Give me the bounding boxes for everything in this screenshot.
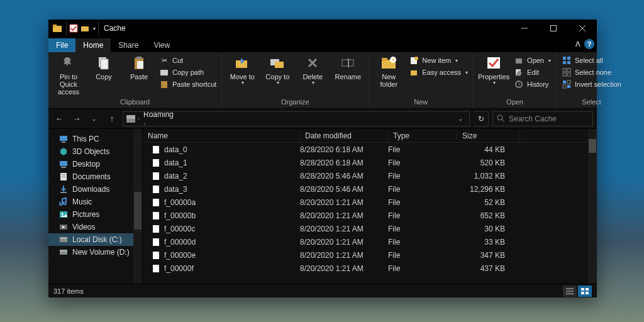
column-headers[interactable]: Name Date modified Type Size	[143, 129, 597, 143]
column-date[interactable]: Date modified	[300, 131, 388, 140]
file-row[interactable]: f_00000f8/20/2020 1:21 AMFile437 KB	[143, 262, 597, 275]
close-button[interactable]	[568, 19, 597, 37]
details-view-button[interactable]	[563, 286, 577, 297]
list-scroll-thumb[interactable]	[589, 139, 596, 153]
minimize-button[interactable]	[510, 19, 539, 37]
paste-shortcut-button[interactable]: Paste shortcut	[158, 79, 218, 90]
tree-item[interactable]: Downloads	[48, 183, 142, 196]
column-size[interactable]: Size	[457, 131, 520, 140]
column-name[interactable]: Name	[143, 131, 300, 140]
tab-file[interactable]: File	[48, 38, 75, 52]
new-folder-button[interactable]: ✦New folder	[372, 53, 405, 89]
delete-button[interactable]: Delete▾	[296, 53, 329, 87]
file-list[interactable]: Name Date modified Type Size data_08/28/…	[143, 129, 597, 284]
collapse-ribbon-icon[interactable]: ᐱ	[575, 40, 580, 48]
tree-item[interactable]: Documents	[48, 170, 142, 183]
tree-item-label: Pictures	[72, 210, 99, 219]
tree-item[interactable]: New Volume (D:)	[48, 246, 142, 258]
chevron-right-icon[interactable]: ›	[142, 121, 147, 126]
recent-dropdown[interactable]: ⌄	[87, 112, 101, 126]
paste-button[interactable]: Paste	[123, 53, 155, 82]
chevron-right-icon[interactable]: ›	[136, 116, 142, 122]
thumbnails-view-button[interactable]	[578, 286, 592, 297]
copy-to-button[interactable]: Copy to▾	[261, 53, 294, 87]
file-row[interactable]: f_00000c8/20/2020 1:21 AMFile30 KB	[143, 222, 597, 235]
svg-rect-34	[567, 57, 570, 60]
file-row[interactable]: data_18/28/2020 6:18 AMFile520 KB	[143, 156, 597, 169]
pin-quick-access-button[interactable]: Pin to Quick access	[52, 53, 85, 97]
file-row[interactable]: f_00000a8/20/2020 1:21 AMFile52 KB	[143, 196, 597, 209]
properties-qat-icon[interactable]	[69, 24, 78, 33]
tree-item-label: Local Disk (C:)	[72, 235, 122, 244]
copy-icon	[96, 55, 112, 71]
tree-item[interactable]: Local Disk (C:)	[48, 233, 142, 246]
svg-rect-23	[382, 58, 387, 61]
column-type[interactable]: Type	[388, 131, 457, 140]
3d-icon	[58, 147, 69, 157]
tree-scroll-thumb[interactable]	[134, 192, 142, 230]
docs-icon	[58, 172, 69, 182]
breadcrumb[interactable]: › Users›fatiw›AppData›Roaming›Microsoft›…	[123, 111, 470, 126]
svg-point-27	[414, 57, 418, 60]
tree-item[interactable]: Music	[48, 196, 142, 208]
cut-button[interactable]: ✂Cut	[158, 55, 218, 66]
select-none-button[interactable]: Select none	[560, 67, 623, 78]
maximize-button[interactable]	[539, 19, 568, 37]
file-name: f_00000d	[164, 238, 196, 247]
select-all-button[interactable]: Select all	[560, 55, 623, 66]
file-row[interactable]: data_28/28/2020 5:46 AMFile1,032 KB	[143, 169, 597, 182]
refresh-button[interactable]: ↻	[474, 111, 489, 126]
file-date: 8/20/2020 1:21 AM	[300, 225, 388, 233]
move-to-icon	[234, 55, 250, 71]
navigation-pane[interactable]: ⌃ This PC3D ObjectsDesktopDocumentsDownl…	[48, 129, 143, 284]
tab-view[interactable]: View	[146, 38, 177, 52]
svg-rect-1	[53, 25, 57, 27]
svg-rect-30	[516, 58, 522, 64]
svg-rect-45	[126, 119, 135, 123]
up-button[interactable]: ↑	[105, 112, 119, 126]
copy-path-button[interactable]: Copy path	[158, 67, 218, 78]
file-name: data_1	[164, 158, 187, 167]
new-folder-qat-icon[interactable]	[80, 24, 89, 33]
file-row[interactable]: f_00000e8/20/2020 1:21 AMFile347 KB	[143, 248, 597, 262]
tree-item[interactable]: Pictures	[48, 208, 142, 221]
tab-home[interactable]: Home	[75, 38, 111, 52]
history-button[interactable]: History	[513, 79, 552, 90]
open-button[interactable]: Open▾	[513, 55, 552, 66]
easy-access-button[interactable]: Easy access▾	[408, 67, 469, 78]
file-size: 12,296 KB	[457, 185, 520, 194]
file-name: f_00000b	[164, 211, 196, 220]
breadcrumb-segment[interactable]: Roaming	[142, 111, 176, 119]
file-date: 8/28/2020 6:18 AM	[300, 158, 388, 167]
move-to-button[interactable]: Move to▾	[226, 53, 258, 87]
address-dropdown-icon[interactable]: ⌄	[454, 115, 467, 122]
back-button[interactable]: ←	[52, 112, 66, 126]
tree-item[interactable]: This PC	[48, 133, 142, 145]
select-none-icon	[562, 67, 572, 77]
help-icon[interactable]: ?	[584, 39, 594, 49]
music-icon	[58, 197, 69, 207]
copy-to-icon	[269, 55, 286, 71]
new-item-button[interactable]: New item▾	[408, 55, 469, 66]
tree-item[interactable]: Desktop	[48, 158, 142, 170]
tree-item[interactable]: 3D Objects	[48, 145, 142, 158]
file-row[interactable]: f_00000b8/20/2020 1:21 AMFile652 KB	[143, 209, 597, 222]
edit-button[interactable]: Edit	[513, 67, 552, 78]
qat-dropdown-icon[interactable]: ▾	[93, 26, 96, 31]
tree-item[interactable]: Videos	[48, 221, 142, 233]
file-row[interactable]: data_08/28/2020 6:18 AMFile44 KB	[143, 143, 597, 156]
file-date: 8/28/2020 5:46 AM	[300, 185, 388, 194]
file-row[interactable]: f_00000d8/20/2020 1:21 AMFile33 KB	[143, 235, 597, 248]
properties-button[interactable]: Properties▾	[477, 53, 510, 87]
search-input[interactable]: Search Cache	[492, 111, 593, 126]
tab-share[interactable]: Share	[111, 38, 146, 52]
copy-button[interactable]: Copy	[87, 53, 120, 82]
file-size: 30 KB	[457, 225, 520, 233]
group-open: Properties▾ Open▾ Edit History Open	[474, 52, 557, 108]
invert-selection-button[interactable]: Invert selection	[560, 79, 623, 90]
titlebar[interactable]: ▾ Cache	[48, 19, 597, 37]
file-row[interactable]: data_38/28/2020 5:46 AMFile12,296 KB	[143, 182, 597, 196]
forward-button[interactable]: →	[70, 112, 84, 126]
file-size: 44 KB	[457, 145, 520, 154]
rename-button[interactable]: Rename	[331, 53, 364, 82]
